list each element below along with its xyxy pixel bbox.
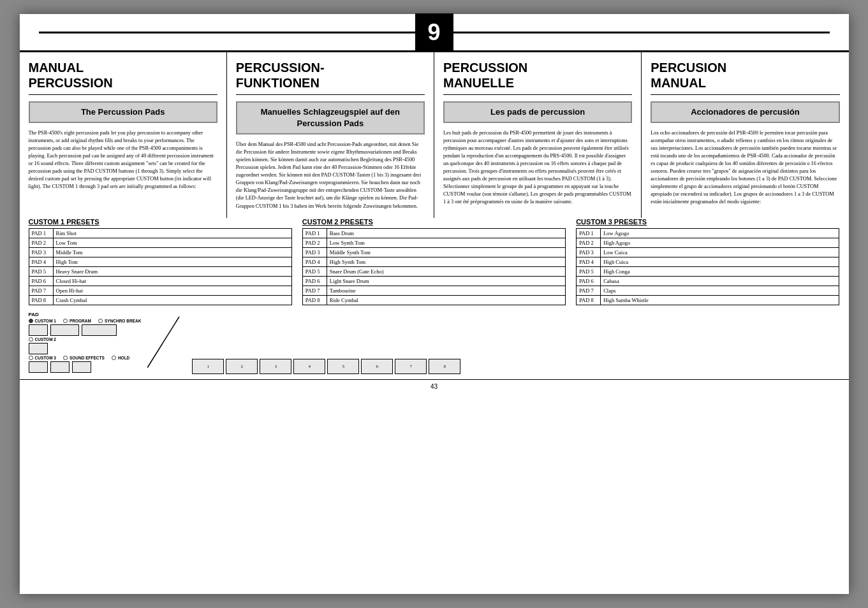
col4-body: Los ocho accionadores de percusión del P… xyxy=(651,129,839,206)
pad-cell: PAD 8 xyxy=(29,295,53,305)
ctrl-custom1-row: CUSTOM 1 PROGRAM SYNCHRO BREAK xyxy=(29,319,142,323)
diagonal-slash-area xyxy=(147,310,186,374)
pad-button-7[interactable]: 7 xyxy=(395,359,427,374)
table-row: PAD 2High Agogo xyxy=(577,238,839,247)
ctrl-btn-5[interactable] xyxy=(29,361,48,373)
table-row: PAD 5Snare Drum (Gate Echo) xyxy=(302,266,565,276)
pad-button-5[interactable]: 5 xyxy=(327,359,359,374)
pad-button-6[interactable]: 6 xyxy=(361,359,393,374)
col2-section-header: Manuelles Schlagzeugspiel auf den Percus… xyxy=(236,101,425,134)
ctrl-btn-7[interactable] xyxy=(72,361,91,373)
pad-cell: PAD 8 xyxy=(577,295,601,305)
table-row: PAD 8Ride Cymbal xyxy=(302,295,565,305)
table-row: PAD 1Bass Drum xyxy=(302,228,565,238)
ctrl-pad-label-row: PAD xyxy=(29,312,142,317)
pad-cell: PAD 4 xyxy=(577,257,601,266)
sound-cell: Tambourine xyxy=(327,286,565,295)
sound-cell: Low Cuica xyxy=(601,247,839,257)
ctrl-custom2-label: CUSTOM 2 xyxy=(35,337,56,342)
table-row: PAD 7Open Hi-hat xyxy=(29,286,291,295)
pad-cell: PAD 1 xyxy=(577,228,601,238)
table-row: PAD 7Tambourine xyxy=(302,286,565,295)
pad-cell: PAD 4 xyxy=(302,257,327,266)
ctrl-btn-1[interactable] xyxy=(29,324,48,336)
pad-cell: PAD 3 xyxy=(29,247,53,257)
custom2-dot xyxy=(29,337,33,342)
pad-button-3[interactable]: 3 xyxy=(260,359,291,374)
table-row: PAD 3Low Cuica xyxy=(577,247,839,257)
custom3-table: PAD 1Low AgogoPAD 2High AgogoPAD 3Low Cu… xyxy=(576,228,839,305)
pad-cell: PAD 6 xyxy=(302,276,327,286)
pad-cell: PAD 6 xyxy=(577,276,601,286)
top-bar: 9 xyxy=(20,14,849,52)
ctrl-custom2-row: CUSTOM 2 xyxy=(29,337,142,342)
col3-section-header: Les pads de percussion xyxy=(443,101,632,123)
hold-dot xyxy=(112,356,116,360)
footer-page-number: 43 xyxy=(430,383,438,390)
presets-row: CUSTOM 1 PRESETS PAD 1Rim ShotPAD 2Low T… xyxy=(29,218,840,305)
table-row: PAD 3Middle Tom xyxy=(29,247,291,257)
pad-cell: PAD 3 xyxy=(302,247,327,257)
sound-cell: Snare Drum (Gate Echo) xyxy=(327,266,565,276)
table-row: PAD 2Low Synth Tom xyxy=(302,238,565,247)
ctrl-btn-6[interactable] xyxy=(50,361,70,373)
main-content: MANUALPERCUSSION The Percussion Pads The… xyxy=(20,52,849,218)
pad-button-1[interactable]: 1 xyxy=(192,359,224,374)
column-1: MANUALPERCUSSION The Percussion Pads The… xyxy=(20,52,227,218)
ctrl-buttons-row3 xyxy=(29,361,142,373)
page-footer: 43 xyxy=(20,379,849,393)
pad-button-4[interactable]: 4 xyxy=(293,359,325,374)
table-row: PAD 1Rim Shot xyxy=(29,228,291,238)
sound-cell: Bass Drum xyxy=(327,228,565,238)
custom2-table: PAD 1Bass DrumPAD 2Low Synth TomPAD 3Mid… xyxy=(302,228,566,305)
table-row: PAD 4High Tom xyxy=(29,257,291,266)
col4-title: PERCUSIONMANUAL xyxy=(651,60,839,95)
sound-cell: High Agogo xyxy=(601,238,839,247)
custom1-table: PAD 1Rim ShotPAD 2Low TomPAD 3Middle Tom… xyxy=(29,228,292,305)
table-row: PAD 8High Samba Whistle xyxy=(577,295,839,305)
svg-line-0 xyxy=(147,317,179,368)
pad-cell: PAD 8 xyxy=(302,295,327,305)
pad-cell: PAD 2 xyxy=(577,238,601,247)
ctrl-buttons-row1 xyxy=(29,324,142,336)
custom2-presets: CUSTOM 2 PRESETS PAD 1Bass DrumPAD 2Low … xyxy=(302,218,566,305)
pad-button-8[interactable]: 8 xyxy=(429,359,460,374)
pad-button-2[interactable]: 2 xyxy=(226,359,258,374)
sound-cell: Low Tom xyxy=(53,238,291,247)
ctrl-btn-3[interactable] xyxy=(82,324,117,336)
custom1-title: CUSTOM 1 PRESETS xyxy=(29,218,292,226)
custom3-dot xyxy=(29,356,33,360)
ctrl-btn-4[interactable] xyxy=(29,343,48,354)
pad-cell: PAD 7 xyxy=(577,286,601,295)
pad-cell: PAD 7 xyxy=(29,286,53,295)
custom3-title: CUSTOM 3 PRESETS xyxy=(576,218,839,226)
chapter-number: 9 xyxy=(415,13,453,52)
pad-buttons-row: 12345678 xyxy=(192,359,835,374)
table-row: PAD 6Closed Hi-hat xyxy=(29,276,291,286)
col1-body: The PSR-4500's eight percussion pads let… xyxy=(29,129,217,191)
custom2-title: CUSTOM 2 PRESETS xyxy=(302,218,566,226)
custom3-presets: CUSTOM 3 PRESETS PAD 1Low AgogoPAD 2High… xyxy=(576,218,839,305)
col1-title: MANUALPERCUSSION xyxy=(29,60,217,95)
sound-cell: Crash Cymbal xyxy=(53,295,291,305)
sound-cell: Open Hi-hat xyxy=(53,286,291,295)
ctrl-pad-label: PAD xyxy=(29,312,39,317)
col3-title: PERCUSSIONMANUELLE xyxy=(443,60,632,95)
presets-container: CUSTOM 1 PRESETS PAD 1Rim ShotPAD 2Low T… xyxy=(20,218,849,305)
ctrl-custom3-row: CUSTOM 3 SOUND EFFECTS HOLD xyxy=(29,356,142,360)
table-row: PAD 6Light Snare Drum xyxy=(302,276,565,286)
pad-cell: PAD 5 xyxy=(29,266,53,276)
sound-cell: High Synth Tom xyxy=(327,257,565,266)
synchro-dot xyxy=(98,319,103,323)
ctrl-custom3-label: CUSTOM 3 xyxy=(35,356,56,360)
ctrl-btn-2[interactable] xyxy=(50,324,79,336)
column-2: PERCUSSION-FUNKTIONEN Manuelles Schlagze… xyxy=(227,52,434,218)
pad-cell: PAD 5 xyxy=(577,266,601,276)
pad-cell: PAD 1 xyxy=(302,228,327,238)
table-row: PAD 3Middle Synth Tom xyxy=(302,247,565,257)
pad-cell: PAD 4 xyxy=(29,257,53,266)
pad-cell: PAD 2 xyxy=(29,238,53,247)
column-3: PERCUSSIONMANUELLE Les pads de percussio… xyxy=(434,52,642,218)
table-row: PAD 8Crash Cymbal xyxy=(29,295,291,305)
controller-diagram: PAD CUSTOM 1 PROGRAM SYNCHRO BREAK CUSTO… xyxy=(29,312,142,374)
